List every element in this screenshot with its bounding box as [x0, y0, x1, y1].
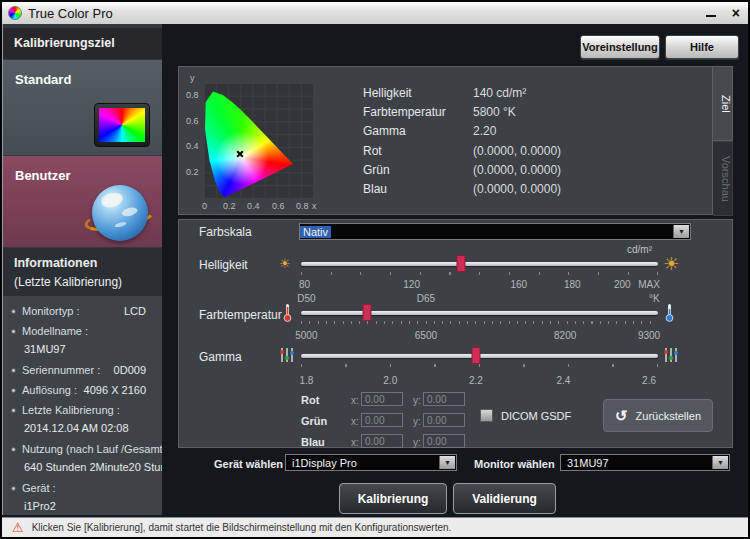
gamma-slider[interactable]	[301, 354, 658, 358]
farbtemperatur-slider[interactable]	[301, 311, 658, 315]
sun-large-icon: ☀	[663, 253, 679, 275]
y-label: y:	[413, 416, 421, 427]
monitor-dropdown[interactable]: 31MU97 ▼	[560, 454, 730, 471]
bullet-icon	[11, 447, 16, 452]
farbskala-dropdown[interactable]: Nativ ▼	[299, 223, 691, 240]
info-header: Informationen (Letzte Kalibrierung)	[3, 248, 162, 296]
monitor-waehlen-label: Monitor wählen	[474, 458, 555, 470]
title-bar: True Color Pro ×	[2, 2, 748, 24]
info-subtitle: (Letzte Kalibrierung)	[14, 273, 162, 291]
minimize-button[interactable]	[706, 15, 716, 17]
value-label: Blau	[363, 182, 387, 196]
value-row-gamma: Gamma 2.20	[363, 124, 693, 138]
helligkeit-slider[interactable]	[301, 262, 658, 266]
info-item-letzte-kalibrierung: Letzte Kalibrierung : 2014.12.04 AM 02:0…	[11, 403, 162, 436]
y-label: y:	[413, 437, 421, 448]
x-label: x:	[351, 395, 359, 406]
value-row-gruen: Grün (0.0000, 0.0000)	[363, 163, 693, 177]
chevron-down-icon[interactable]: ▼	[439, 456, 455, 469]
rgb-sliders-icon	[663, 347, 679, 363]
tick: 2.0	[383, 375, 397, 386]
gamma-slider-handle[interactable]	[471, 347, 480, 364]
helligkeit-slider-handle[interactable]	[456, 255, 465, 272]
tab-ziel[interactable]: Ziel	[713, 66, 733, 141]
x-label: x:	[351, 416, 359, 427]
value-text: (0.0000, 0.0000)	[473, 144, 561, 158]
zurueckstellen-button[interactable]: ↺ Zurückstellen	[603, 399, 713, 432]
farbtemperatur-slider-handle[interactable]	[363, 304, 372, 321]
farbtemperatur-unit: °K	[649, 293, 660, 304]
helligkeit-unit: cd/m²	[627, 244, 652, 255]
app-window: True Color Pro × Kalibrierungsziel Stand…	[0, 0, 750, 539]
warning-icon: ⚠	[12, 521, 24, 534]
validierung-button[interactable]: Validierung	[453, 483, 556, 514]
sun-small-icon: ☀	[279, 256, 291, 271]
x-tick: 0.2	[223, 201, 236, 211]
value-label: Gamma	[363, 124, 406, 138]
blau-y-input[interactable]	[423, 434, 465, 448]
monitor-gradient-icon	[94, 103, 150, 147]
bullet-icon	[11, 329, 16, 334]
globe-icon	[92, 185, 148, 241]
rgb-sliders-icon	[279, 347, 295, 363]
info-label: Letzte Kalibrierung :	[22, 403, 120, 417]
y-tick: 0.2	[186, 167, 199, 177]
tile-benutzer[interactable]: Benutzer	[3, 156, 162, 247]
info-value: LCD	[124, 304, 162, 318]
chevron-down-icon[interactable]: ▼	[712, 456, 728, 469]
tick: 6500	[415, 330, 437, 341]
info-value: i1Pro2	[11, 499, 162, 514]
x-tick: 0.8	[296, 201, 309, 211]
value-text: (0.0000, 0.0000)	[473, 163, 561, 177]
value-label: Helligkeit	[363, 86, 412, 100]
farbtemperatur-tickmarks	[301, 321, 658, 324]
info-value: 2014.12.04 AM 02:08	[11, 421, 162, 436]
status-text: Klicken Sie [Kalibrierung], damit starte…	[32, 522, 452, 533]
voreinstellung-button[interactable]: Voreinstellung	[580, 35, 660, 59]
sidebar-header: Kalibrierungsziel	[3, 28, 162, 59]
tick: 8200	[554, 330, 576, 341]
blau-x-input[interactable]	[361, 434, 403, 448]
gamma-tickmarks	[301, 364, 658, 367]
hilfe-button[interactable]: Hilfe	[665, 35, 739, 59]
gamma-ticklabels: 1.8 2.0 2.2 2.4 2.6	[301, 375, 658, 387]
value-text: (0.0000, 0.0000)	[473, 182, 561, 196]
bullet-icon	[11, 368, 16, 373]
farbskala-label: Farbskala	[199, 225, 252, 239]
close-button[interactable]: ×	[732, 6, 740, 20]
rot-y-input[interactable]	[423, 392, 465, 406]
geraet-dropdown[interactable]: i1Display Pro ▼	[285, 454, 457, 471]
status-bar: ⚠ Klicken Sie [Kalibrierung], damit star…	[2, 517, 748, 537]
info-item-monitortyp: Monitortyp : LCD	[11, 304, 162, 318]
x-tick: 0	[202, 201, 207, 211]
gruen-x-input[interactable]	[361, 413, 403, 427]
y-label: y:	[413, 395, 421, 406]
value-text: 5800 °K	[473, 105, 516, 119]
chevron-down-icon[interactable]: ▼	[673, 225, 689, 238]
helligkeit-ticklabels: 80 120 160 180 200 MAX	[301, 279, 658, 291]
info-item-seriennummer: Seriennummer : 0D009	[11, 363, 162, 377]
geraet-waehlen-label: Gerät wählen	[214, 458, 283, 470]
dicom-gsdf-checkbox[interactable]	[480, 409, 493, 422]
cie-horseshoe	[204, 83, 313, 198]
tab-vorschau[interactable]: Vorschau	[713, 141, 733, 216]
rot-x-input[interactable]	[361, 392, 403, 406]
value-label: Grün	[363, 163, 390, 177]
tick: 80	[299, 279, 310, 290]
kalibrierung-button[interactable]: Kalibrierung	[339, 483, 447, 514]
tick: 9300	[638, 330, 660, 341]
tile-standard[interactable]: Standard	[3, 60, 162, 155]
dicom-gsdf-label: DICOM GSDF	[501, 410, 571, 422]
info-value: 31MU97	[11, 342, 162, 357]
info-label: Monitortyp :	[22, 304, 79, 318]
x-tick: 0.4	[247, 201, 260, 211]
value-row-helligkeit: Helligkeit 140 cd/m²	[363, 86, 693, 100]
tile-standard-label: Standard	[15, 72, 71, 87]
geraet-value: i1Display Pro	[286, 457, 357, 469]
x-label: x:	[351, 437, 359, 448]
value-row-farbtemperatur: Farbtemperatur 5800 °K	[363, 105, 693, 119]
y-tick: 0.6	[186, 116, 199, 126]
gruen-y-input[interactable]	[423, 413, 465, 427]
value-row-rot: Rot (0.0000, 0.0000)	[363, 144, 693, 158]
target-panel: y 0.8 0.6 0.4 0.2 0 0.2 0.4 0.6 0.8 x He…	[178, 66, 713, 215]
